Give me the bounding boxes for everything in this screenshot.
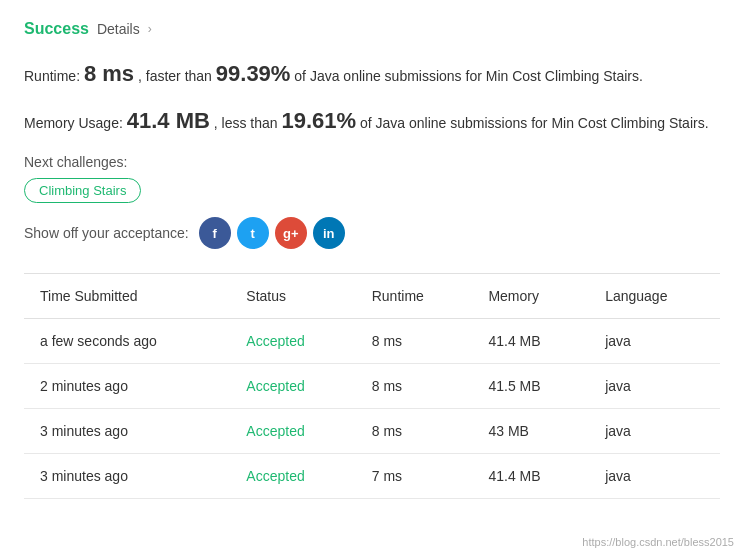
cell-memory: 43 MB [472,409,589,454]
table-row: 3 minutes ago Accepted 8 ms 43 MB java [24,409,720,454]
memory-info: Memory Usage: 41.4 MB , less than 19.61%… [24,103,720,138]
col-memory: Memory [472,274,589,319]
col-time: Time Submitted [24,274,230,319]
cell-memory: 41.5 MB [472,364,589,409]
twitter-button[interactable]: t [237,217,269,249]
table-header: Time Submitted Status Runtime Memory Lan… [24,274,720,319]
memory-suffix: of Java online submissions for Min Cost … [360,115,709,131]
runtime-info: Runtime: 8 ms , faster than 99.39% of Ja… [24,56,720,91]
cell-time: a few seconds ago [24,319,230,364]
cell-runtime: 8 ms [356,319,473,364]
cell-status: Accepted [230,364,355,409]
col-runtime: Runtime [356,274,473,319]
cell-language: java [589,454,720,499]
cell-language: java [589,319,720,364]
googleplus-button[interactable]: g+ [275,217,307,249]
cell-language: java [589,409,720,454]
memory-prefix: Memory Usage: [24,115,123,131]
challenge-badge[interactable]: Climbing Stairs [24,178,141,203]
share-label: Show off your acceptance: [24,225,189,241]
success-label: Success [24,20,89,38]
memory-percent: 19.61% [281,108,356,133]
cell-language: java [589,364,720,409]
submissions-table: Time Submitted Status Runtime Memory Lan… [24,274,720,499]
cell-time: 3 minutes ago [24,454,230,499]
cell-runtime: 7 ms [356,454,473,499]
runtime-value: 8 ms [84,61,134,86]
cell-runtime: 8 ms [356,364,473,409]
table-body: a few seconds ago Accepted 8 ms 41.4 MB … [24,319,720,499]
table-row: 3 minutes ago Accepted 7 ms 41.4 MB java [24,454,720,499]
cell-time: 3 minutes ago [24,409,230,454]
memory-value: 41.4 MB [127,108,210,133]
runtime-prefix: Runtime: [24,68,80,84]
cell-status: Accepted [230,319,355,364]
table-row: 2 minutes ago Accepted 8 ms 41.5 MB java [24,364,720,409]
cell-memory: 41.4 MB [472,454,589,499]
cell-status: Accepted [230,454,355,499]
table-header-row: Time Submitted Status Runtime Memory Lan… [24,274,720,319]
next-challenges-label: Next challenges: [24,154,720,170]
result-header: Success Details › [24,20,720,38]
table-row: a few seconds ago Accepted 8 ms 41.4 MB … [24,319,720,364]
runtime-connector: , faster than [138,68,212,84]
facebook-button[interactable]: f [199,217,231,249]
details-link[interactable]: Details [97,21,140,37]
cell-runtime: 8 ms [356,409,473,454]
cell-time: 2 minutes ago [24,364,230,409]
chevron-icon: › [148,22,152,36]
watermark: https://blog.csdn.net/bless2015 [582,536,734,548]
cell-memory: 41.4 MB [472,319,589,364]
memory-connector: , less than [214,115,278,131]
col-status: Status [230,274,355,319]
social-icons: f t g+ in [199,217,345,249]
cell-status: Accepted [230,409,355,454]
share-row: Show off your acceptance: f t g+ in [24,217,720,249]
runtime-percent: 99.39% [216,61,291,86]
linkedin-button[interactable]: in [313,217,345,249]
runtime-suffix: of Java online submissions for Min Cost … [294,68,643,84]
col-language: Language [589,274,720,319]
